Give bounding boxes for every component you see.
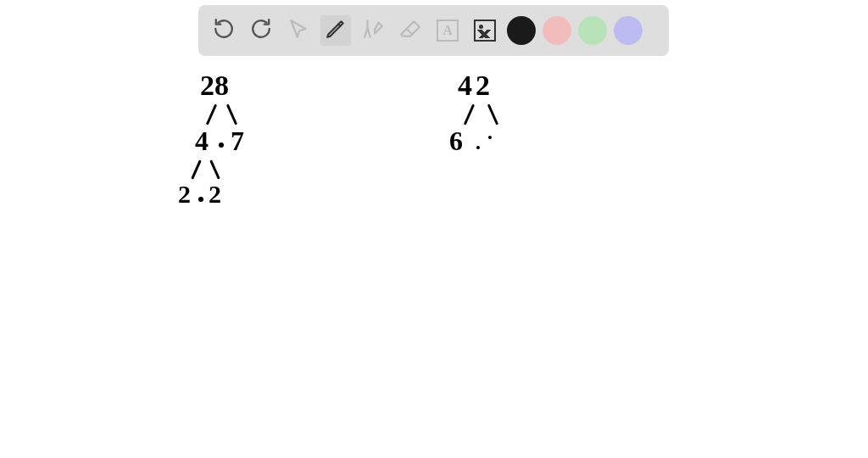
tree1-l2-left: 4	[195, 126, 209, 157]
tree1-branch-right	[226, 104, 237, 126]
tree2-l2-left: 6	[449, 126, 463, 157]
redo-button[interactable]	[246, 15, 276, 46]
tree2-branch-right	[487, 104, 498, 126]
tree1-branch2-right	[209, 159, 220, 179]
tree1-l2-right: 7	[231, 126, 244, 157]
pencil-tool[interactable]	[320, 15, 351, 46]
drawing-toolbar: A	[198, 5, 669, 56]
pencil-icon	[325, 18, 347, 43]
tree2-branch-left	[464, 104, 475, 126]
tree1-root: 28	[200, 70, 229, 102]
color-black[interactable]	[507, 16, 536, 45]
undo-button[interactable]	[209, 15, 239, 46]
tree1-l3-right: 2	[209, 180, 221, 209]
pointer-tool[interactable]	[283, 15, 314, 46]
tree2-root: 42	[458, 70, 493, 102]
pointer-icon	[287, 18, 309, 43]
eraser-tool[interactable]	[395, 15, 426, 46]
dot-icon	[198, 197, 203, 202]
color-green[interactable]	[578, 16, 607, 45]
dot-icon	[219, 142, 224, 148]
tree1-branch2-left	[191, 159, 202, 179]
tools-button[interactable]	[358, 15, 388, 46]
image-tool[interactable]	[470, 15, 500, 46]
undo-icon	[213, 18, 235, 43]
tree1-branch-left	[206, 104, 217, 126]
redo-icon	[250, 18, 272, 43]
text-tool[interactable]: A	[432, 15, 463, 46]
image-icon	[474, 20, 496, 42]
eraser-icon	[399, 18, 421, 43]
color-purple[interactable]	[614, 16, 643, 45]
dot-icon	[488, 136, 492, 139]
tree1-l3-left: 2	[178, 180, 191, 209]
scroll-viewport[interactable]: A 28 4 7 2 2 42 6	[0, 0, 868, 458]
tools-icon	[362, 18, 384, 43]
text-icon: A	[437, 20, 459, 42]
canvas-area[interactable]: A 28 4 7 2 2 42 6	[0, 0, 868, 458]
color-pink[interactable]	[542, 16, 571, 45]
dot-icon	[476, 146, 480, 149]
